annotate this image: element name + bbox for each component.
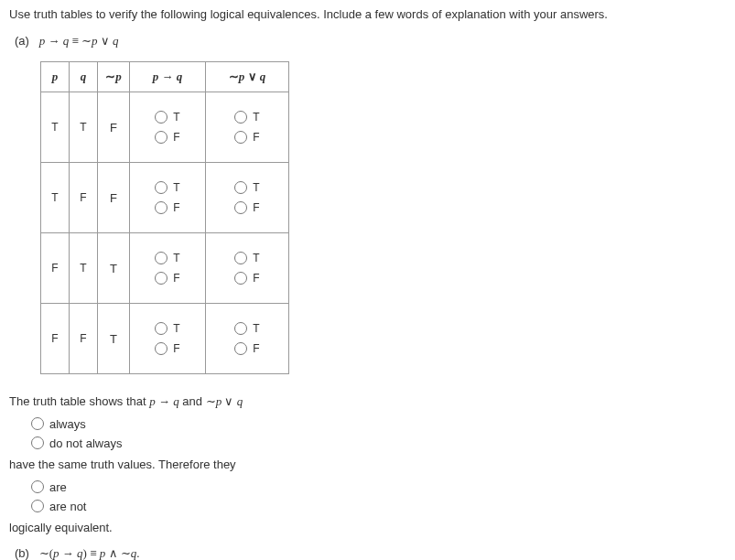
radio-impl-row3-T[interactable] [155,252,168,264]
cell-notp: F [98,163,130,233]
radio-are-not[interactable] [31,500,44,512]
cell-implication-choice: T F [130,92,206,163]
radio-impl-row1-F[interactable] [155,131,168,144]
col-header-p: p [41,62,70,92]
radio-are-not-label: are not [49,500,86,513]
radio-disj-row3-F[interactable] [234,272,247,285]
cell-notp: T [98,233,130,304]
radio-do-not-always[interactable] [31,436,44,449]
radio-always-label: always [49,417,86,431]
cell-disjunction-choice: T F [206,92,289,163]
part-a-label: (a) p → q ≡ ∼p ∨ q [15,34,726,48]
cell-p: F [41,233,70,304]
cell-implication-choice: T F [130,304,206,374]
col-header-implication: p → q [130,62,206,92]
cell-disjunction-choice: T F [206,304,289,374]
cell-disjunction-choice: T F [206,163,289,233]
truth-table: p q ∼p p → q ∼p ∨ q T T F T F [40,61,289,374]
radio-impl-row4-T[interactable] [155,322,168,335]
radio-impl-row4-F[interactable] [155,342,168,355]
cell-implication-choice: T F [130,163,206,233]
conclusion-line3: logically equivalent. [9,519,726,538]
radio-always[interactable] [31,417,44,430]
cell-q: T [70,233,98,304]
question-prompt: Use truth tables to verify the following… [9,7,726,21]
radio-disj-row1-F[interactable] [234,131,247,144]
radio-impl-row1-T[interactable] [155,111,168,124]
col-header-notp: ∼p [98,62,130,92]
radio-disj-row3-T[interactable] [234,252,247,264]
radio-are[interactable] [31,480,44,493]
radio-impl-row2-F[interactable] [155,201,168,214]
table-row: F F T T F T F [41,304,289,374]
cell-q: F [70,304,98,374]
cell-notp: F [98,92,130,163]
cell-implication-choice: T F [130,233,206,304]
part-b-label: (b) ∼(p → q) ≡ p ∧ ∼q. [15,546,726,560]
cell-p: T [41,92,70,163]
radio-disj-row4-T[interactable] [234,322,247,335]
radio-disj-row2-T[interactable] [234,181,247,194]
radio-do-not-always-label: do not always [49,436,123,450]
radio-are-label: are [49,480,67,494]
radio-impl-row2-T[interactable] [155,181,168,194]
cell-p: T [41,163,70,233]
conclusion-line2: have the same truth values. Therefore th… [9,456,726,475]
table-row: T F F T F T F [41,163,289,233]
conclusion-line1: The truth table shows that p → q and ∼p … [9,393,726,412]
cell-q: F [70,163,98,233]
radio-disj-row4-F[interactable] [234,342,247,355]
col-header-disjunction: ∼p ∨ q [206,62,289,92]
cell-p: F [41,304,70,374]
table-row: F T T T F T F [41,233,289,304]
table-row: T T F T F T F [41,92,289,163]
radio-disj-row1-T[interactable] [234,111,247,124]
radio-disj-row2-F[interactable] [234,201,247,214]
cell-notp: T [98,304,130,374]
radio-impl-row3-F[interactable] [155,272,168,285]
cell-q: T [70,92,98,163]
col-header-q: q [70,62,98,92]
cell-disjunction-choice: T F [206,233,289,304]
